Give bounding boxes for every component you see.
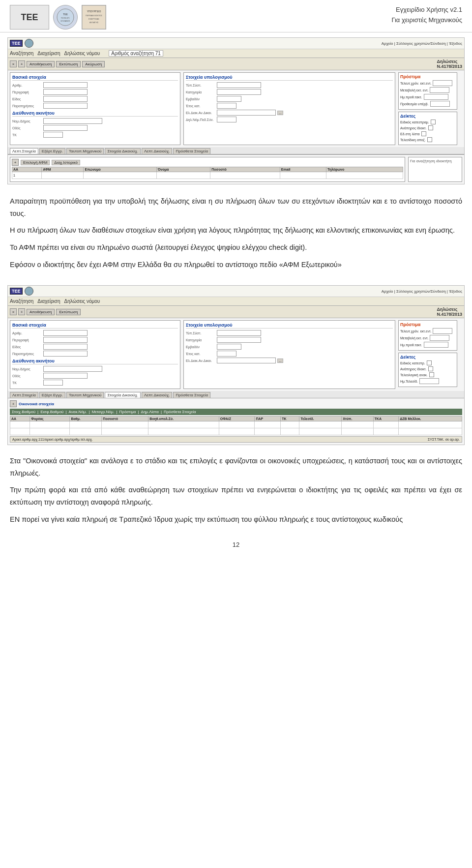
- menu-diaxeirisi[interactable]: Διαχείριση: [37, 51, 60, 56]
- btn-save[interactable]: Αποθήκευση: [27, 61, 55, 67]
- input-tiposktirio[interactable]: [217, 82, 261, 88]
- btn-new-row[interactable]: +: [12, 159, 19, 166]
- input2-katastasi[interactable]: [217, 337, 261, 343]
- btn-epilogi-afm[interactable]: Επιλογή ΑΦΜ: [21, 160, 50, 165]
- input2-paratiriseis[interactable]: [43, 351, 88, 357]
- btn2-add[interactable]: +: [18, 308, 25, 315]
- checkbox-anapsil[interactable]: [428, 125, 433, 130]
- menu2-diaxeirisi[interactable]: Διαχείριση: [37, 299, 60, 304]
- input-prot-ee[interactable]: [433, 80, 452, 86]
- input2-tk[interactable]: [43, 380, 63, 386]
- label-tiposktirio: Τύπ.Σύστ.: [186, 84, 215, 87]
- label-tk: ΤΚ: [12, 133, 42, 137]
- btn2-close[interactable]: ×: [10, 308, 17, 315]
- checkbox2-eidikos[interactable]: [427, 360, 432, 365]
- ecell2-ofaz: [219, 428, 255, 435]
- label-etoskat: Έτος κατ.: [186, 104, 215, 108]
- input-proth-yp[interactable]: [430, 101, 450, 107]
- menu2-anazitisi[interactable]: Αναζήτηση: [10, 299, 33, 304]
- checkbox2-anapsil[interactable]: [428, 366, 433, 371]
- input-etoskat[interactable]: [217, 103, 236, 109]
- menu-anazitisi[interactable]: Αναζήτηση: [10, 51, 33, 56]
- checkbox-eidikos[interactable]: [431, 120, 436, 124]
- input2-prot-ee[interactable]: [433, 328, 452, 334]
- calc2-row-1: Τύπ.Σύστ.: [186, 330, 393, 336]
- tab2-tautop-mixan[interactable]: Ταυτοπ.Μηχανικού: [66, 392, 104, 398]
- input2-dikaiouxos[interactable]: [217, 358, 276, 363]
- input-katastasi[interactable]: [217, 89, 261, 95]
- btn2-save[interactable]: Αποθήκευση: [27, 309, 55, 315]
- input2-odos[interactable]: [43, 373, 88, 379]
- table-row[interactable]: 1: [12, 172, 403, 179]
- input2-eidimid[interactable]: [43, 344, 88, 350]
- btn-search-dikaiouxos[interactable]: ...: [277, 111, 283, 115]
- input-arithmos[interactable]: [43, 82, 88, 88]
- ecell-xtipos: [342, 421, 373, 428]
- menu2-dilosis[interactable]: Δηλώσεις νόμου: [64, 299, 100, 304]
- economic-table-row[interactable]: [10, 421, 462, 428]
- tab-exart-eggr[interactable]: Εξάρτ.Εγγρ.: [39, 148, 65, 154]
- input2-hmer-telesid[interactable]: [419, 378, 439, 384]
- tab2-lept-dikaiouxon[interactable]: Λεπτ.Δικαιούχ.: [142, 392, 172, 398]
- label-nomos: Νομ./Δήμος: [12, 120, 42, 123]
- label2-emvado: Εμβαδόν: [186, 345, 215, 349]
- checkbox-efka[interactable]: [421, 131, 426, 136]
- header-green-sep5: |: [138, 410, 139, 414]
- form-row-2: Περιγραφή: [12, 89, 178, 95]
- input-paratiriseis[interactable]: [43, 103, 88, 109]
- input-odos[interactable]: [43, 125, 88, 131]
- tab-prostheta-stoixeia[interactable]: Πρόσθετα Στοιχεία: [173, 148, 210, 154]
- input-hmer-ektos[interactable]: [424, 94, 448, 100]
- btn-diax-istoriko[interactable]: Διαχ.Ιστορικό: [52, 160, 80, 165]
- input2-nomos[interactable]: [43, 366, 102, 372]
- col-onoma: Όνομα: [156, 167, 210, 172]
- input-met-ee[interactable]: [430, 87, 449, 93]
- input-tk[interactable]: [43, 132, 63, 138]
- input-synoliki[interactable]: [217, 117, 236, 122]
- checkbox-telesid[interactable]: [427, 137, 432, 142]
- label-emvado: Εμβαδόν: [186, 97, 215, 101]
- btn-close[interactable]: ×: [10, 60, 17, 67]
- input2-perigrafi[interactable]: [43, 337, 88, 343]
- input-emvado[interactable]: [217, 96, 241, 102]
- calc-row-3: Εμβαδόν: [186, 96, 393, 102]
- menu-ekdoseis[interactable]: Δηλώσεις νόμου: [64, 51, 100, 56]
- btn-cancel[interactable]: Ακύρωση: [82, 61, 105, 67]
- input-nomos[interactable]: [43, 118, 102, 124]
- app-tee-logo2: ΤΕΕ: [10, 288, 23, 295]
- input2-emvado[interactable]: [217, 344, 241, 350]
- economic-section: + Οικονο­ικά στοιχεία Στοιχ.Βαθμού | Εισ…: [8, 398, 464, 445]
- input2-tiposktirio[interactable]: [217, 330, 261, 336]
- input-dikaiouxos[interactable]: [217, 110, 276, 116]
- btn2-print[interactable]: Εκτύπωση: [56, 309, 81, 315]
- tab2-exart-eggr[interactable]: Εξάρτ.Εγγρ.: [39, 392, 65, 398]
- input2-hmer-ektos[interactable]: [424, 342, 448, 348]
- tab-lept-stoixeia[interactable]: Λεπτ.Στοιχεία: [10, 148, 38, 154]
- label-dikaiouxos: Ελ.Διακ.Αν.Δικαι.: [186, 111, 215, 115]
- btn-print[interactable]: Εκτύπωση: [56, 61, 81, 67]
- btn-add1[interactable]: +: [18, 60, 25, 67]
- tab2-lept-stoixeia[interactable]: Λεπτ.Στοιχεία: [10, 392, 38, 398]
- tab-stoixeia-dikaiouxon[interactable]: Στοιχεία Δικαιούχ.: [105, 148, 140, 154]
- header-green-sep3: |: [89, 410, 90, 414]
- ecell2-dzb: [399, 428, 462, 435]
- ecol-telesid: Τελεσίδ.: [299, 417, 342, 421]
- input-perigrafi[interactable]: [43, 89, 88, 95]
- checkbox2-teleolog[interactable]: [429, 372, 434, 377]
- tab2-stoixeia-dikaiouxon[interactable]: Στοιχεία Δικαιούχ.: [105, 392, 140, 398]
- ecell2-pososto: [102, 428, 148, 435]
- tab2-prostheta-stoixeia[interactable]: Πρόσθετα Στοιχεία: [173, 392, 210, 398]
- btn3-add[interactable]: +: [10, 400, 17, 407]
- economic-table-row2[interactable]: [10, 428, 462, 435]
- input2-met-ee[interactable]: [430, 335, 449, 341]
- tab-tautop-mixan[interactable]: Ταυτοπ.Μηχανικού: [66, 148, 104, 154]
- input2-etoskat[interactable]: [217, 351, 236, 357]
- label2-odos: Οδός: [12, 374, 42, 378]
- input2-arithmos[interactable]: [43, 330, 88, 336]
- indicators-title: Δείκτες: [400, 114, 455, 119]
- body2-paragraph2: Την πρώτη φορά και ­ετά από κάθε αναθεώρ…: [10, 484, 462, 508]
- calc-info-title: Στοιχεία υπολογισμού: [186, 75, 393, 81]
- tab-lept-dikaiouxon[interactable]: Λεπτ.Δικαιούχ.: [142, 148, 172, 154]
- input-eidimid[interactable]: [43, 96, 88, 102]
- btn2-search-dikaiouxos[interactable]: ...: [277, 359, 283, 363]
